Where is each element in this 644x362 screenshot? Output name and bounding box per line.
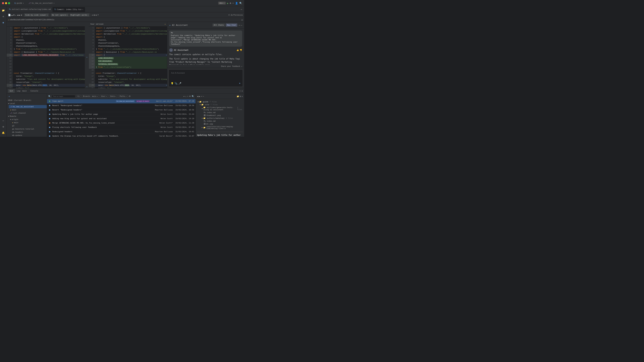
git-origin-group[interactable]: ▼ origin xyxy=(9,118,47,121)
sidebar-vcs-icon[interactable]: ◉ xyxy=(1,20,6,25)
build-icon[interactable]: ⚙ xyxy=(230,2,231,4)
detail-nav-prev[interactable]: ◀ xyxy=(197,95,198,97)
tab-log-main[interactable]: Log: main xyxy=(15,89,28,93)
diff-arrow-btn-10[interactable]: » xyxy=(85,56,88,59)
run-icon[interactable]: ▶ xyxy=(227,2,228,4)
toolbar-help-icon[interactable]: ? xyxy=(98,14,98,16)
commit-row-6[interactable]: Fixing shortcuts following user feedback… xyxy=(47,125,196,130)
maximize-button[interactable] xyxy=(8,2,10,4)
bottom-close-icon[interactable]: ✕ xyxy=(242,90,243,92)
git-branch-hs-new-ai[interactable]: ⎇ hs_new_ai_assistant xyxy=(9,105,47,108)
sidebar-more-icon[interactable]: ⋯ xyxy=(1,118,6,123)
detail-nav-next[interactable]: ▶ xyxy=(199,95,200,97)
app-dropdown-icon[interactable]: ▾ xyxy=(23,2,24,4)
ai-input-mic-icon[interactable]: 🎤 xyxy=(178,82,181,85)
detail-tree-authors-path[interactable]: ▼ 📁 authors/mahataqi 2 files xyxy=(201,117,243,120)
close-button[interactable] xyxy=(2,2,4,4)
ai-input-attach-icon[interactable]: 📎 xyxy=(174,82,178,85)
git-mb-headers[interactable]: mb-headers xyxy=(11,131,47,134)
git-log-search-input[interactable] xyxy=(52,95,75,98)
highlight-dropdown[interactable]: Highlight words ▾ xyxy=(70,13,90,16)
detail-tree-site[interactable]: ▼ 📁 site 7 files xyxy=(199,103,243,106)
git-origin-main[interactable]: ★ main xyxy=(11,121,47,124)
detail-tree-authors-index[interactable]: M↓ index.md xyxy=(203,120,243,122)
filepath-checkbox[interactable]: ☑ xyxy=(242,18,243,21)
git-go-boostore[interactable]: go-boostore-tutorial xyxy=(11,127,47,131)
commit-row-5[interactable]: Merge JETBRAINS-GUIDE-MR-405: hs_fix_mov… xyxy=(47,121,196,125)
branch-tab[interactable]: ⎇ hs_new_ai_assistant ▾ xyxy=(27,1,56,5)
toolbar-nav-next-icon[interactable]: ▶ xyxy=(19,14,20,16)
toolbar-close-icon[interactable]: ✕ xyxy=(92,14,93,16)
sidebar-commit-icon[interactable]: ⊙ xyxy=(1,14,6,19)
git-add-icon[interactable]: ＋ xyxy=(8,95,10,98)
toolbar-up-icon[interactable]: ▲ xyxy=(12,14,12,16)
ai-more-icon[interactable]: ⋯ xyxy=(239,24,240,26)
git-local-group[interactable]: ▼ Local xyxy=(7,102,47,105)
git-cc-toggle[interactable]: Cc xyxy=(76,95,81,98)
git-head-item[interactable]: HEAD (Current Branch) xyxy=(7,99,47,102)
ai-minimize-icon[interactable]: — xyxy=(241,24,242,26)
ignore-dropdown[interactable]: Do not ignore ▾ xyxy=(51,13,69,16)
thumbs-down-icon[interactable]: 👎 xyxy=(240,49,242,51)
tab-console[interactable]: Console xyxy=(29,89,40,93)
account-icon[interactable]: 👤 xyxy=(235,2,238,4)
commit-row-8[interactable]: Update the Django tip articles based off… xyxy=(47,134,196,137)
more-tabs-icon[interactable]: ⋯ xyxy=(241,8,242,11)
git-log-push-icon[interactable]: ↑ xyxy=(187,95,188,97)
toolbar-grid-icon[interactable]: ⊞ xyxy=(94,14,95,16)
toolbar-nav-prev-icon[interactable]: ◀ xyxy=(17,14,18,16)
dev-badge[interactable]: dev ▾ xyxy=(218,2,226,4)
git-log-fetch-icon[interactable]: ↓ xyxy=(185,95,186,97)
more-icon[interactable]: ⋯ xyxy=(232,2,234,4)
detail-tree-ai-path[interactable]: ▼ 📁 ai/links/generate-tests-using-ai-ass… xyxy=(201,106,243,111)
diff-arrow-btn-20[interactable]: » xyxy=(85,85,88,88)
tab-commit-index[interactable]: TS Commit: index.11ty.tsx ✕ xyxy=(52,7,85,12)
detail-tree-ai-thumb[interactable]: 🖼 thumbnail.png xyxy=(203,114,243,117)
commit-row-4[interactable]: Adding new blog posts for pytest and ai … xyxy=(47,116,196,121)
commit-row-7[interactable]: Redesigned headers Maarten Balliauw 15/0… xyxy=(47,130,196,134)
git-refresh-icon[interactable]: ⟳ xyxy=(129,95,131,97)
tab-extract-method[interactable]: M↓ extract-method-refactoring/index.md xyxy=(8,7,52,12)
commit-row-3[interactable]: Updating Maha's job title for author pag… xyxy=(47,112,196,116)
git-branch-rust-channel[interactable]: ⎇ rust-channel xyxy=(9,111,47,115)
ai-all-chats-tab[interactable]: All Chats xyxy=(212,23,225,27)
commit-row-2[interactable]: Revert "Redesigned headers" Maarten Ball… xyxy=(47,108,196,112)
ai-send-button[interactable]: ➤ xyxy=(239,82,241,85)
view-mode-dropdown[interactable]: Side-by-side viewer ▾ xyxy=(24,13,49,16)
ai-input-field[interactable] xyxy=(170,70,242,81)
thumbs-up-icon[interactable]: 👍 xyxy=(236,49,239,51)
detail-tree-guide[interactable]: ▼ 📁 guide 7 files xyxy=(197,100,243,103)
detail-tree-ai-index[interactable]: M↓ index.md xyxy=(203,111,243,114)
toolbar-down-icon[interactable]: ▼ xyxy=(13,14,14,16)
detail-more-icon[interactable]: ⋯ xyxy=(203,95,204,97)
detail-close-icon[interactable]: ✕ xyxy=(242,95,243,97)
detail-tree-tutorials-path[interactable]: ▶ 📁 java/tutorials/rearranging-code/movi… xyxy=(201,125,243,130)
search-icon[interactable]: 🔍 xyxy=(239,2,242,4)
toolbar-folder-icon[interactable]: 📄 xyxy=(8,14,11,16)
toolbar-edit-icon[interactable]: ✏ xyxy=(15,14,16,16)
bottom-more-icon[interactable]: ⋯ xyxy=(240,90,241,92)
detail-tree-icon[interactable]: 📁 xyxy=(237,95,239,97)
tab-git[interactable]: Git xyxy=(8,89,15,93)
toolbar-settings-icon[interactable]: ⚙ xyxy=(96,14,96,16)
git-branch-filter[interactable]: Branch: main ▾ xyxy=(82,95,99,98)
git-remote-group[interactable]: ▼ Remote xyxy=(7,115,47,118)
ai-input-bulb-icon[interactable]: 💡 xyxy=(171,82,174,85)
git-mb-qodana[interactable]: mb-qodana xyxy=(11,134,47,137)
ai-feedback-bar[interactable]: Share your feedback ↗ xyxy=(167,65,244,68)
commit-row-1[interactable]: Revert "Redesigned headers" Maarten Ball… xyxy=(47,103,196,108)
sidebar-notification-icon[interactable]: 🔔 xyxy=(1,130,6,135)
git-log-merge-icon[interactable]: ⇌ xyxy=(183,95,184,97)
branch-dropdown-icon[interactable]: ▾ xyxy=(54,2,54,4)
detail-tree-authors-img[interactable]: 🖼 mt.jpg xyxy=(203,122,243,125)
minimize-button[interactable] xyxy=(5,2,7,4)
tab-close-icon[interactable]: ✕ xyxy=(82,8,83,10)
git-user-filter[interactable]: User ▾ xyxy=(100,95,108,98)
ai-new-chat-tab[interactable]: New Chat xyxy=(226,23,237,27)
detail-undo-icon[interactable]: ↩ xyxy=(201,95,202,97)
git-log-eye-icon[interactable]: 👁 xyxy=(189,95,191,97)
app-tab[interactable]: G guide ▾ xyxy=(13,1,26,5)
git-origin-g3[interactable]: g3 xyxy=(11,124,47,127)
sidebar-project-icon[interactable]: 📁 xyxy=(1,8,6,13)
git-log-search2-icon[interactable]: 🔍 xyxy=(192,95,194,97)
